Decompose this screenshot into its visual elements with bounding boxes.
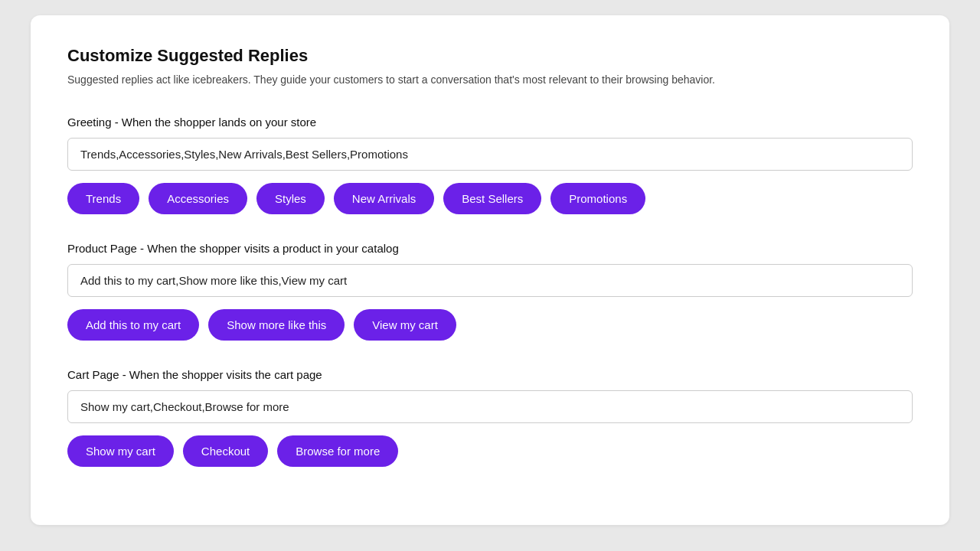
section-input-cart-page[interactable]: [67, 390, 913, 423]
chips-row-greeting: TrendsAccessoriesStylesNew ArrivalsBest …: [67, 183, 913, 214]
section-label-cart-page: Cart Page - When the shopper visits the …: [67, 368, 913, 381]
section-input-greeting[interactable]: [67, 138, 913, 171]
section-product-page: Product Page - When the shopper visits a…: [67, 242, 913, 341]
section-greeting: Greeting - When the shopper lands on you…: [67, 116, 913, 214]
chip-greeting-1[interactable]: Accessories: [149, 183, 247, 214]
chip-greeting-2[interactable]: Styles: [256, 183, 325, 214]
section-label-greeting: Greeting - When the shopper lands on you…: [67, 116, 913, 129]
chip-greeting-3[interactable]: New Arrivals: [334, 183, 434, 214]
main-card: Customize Suggested Replies Suggested re…: [31, 15, 949, 525]
page-title: Customize Suggested Replies: [67, 46, 913, 66]
section-cart-page: Cart Page - When the shopper visits the …: [67, 368, 913, 467]
section-label-product-page: Product Page - When the shopper visits a…: [67, 242, 913, 255]
page-description: Suggested replies act like icebreakers. …: [67, 72, 913, 88]
chip-product-page-2[interactable]: View my cart: [354, 309, 456, 341]
chip-cart-page-1[interactable]: Checkout: [183, 435, 268, 467]
chip-greeting-4[interactable]: Best Sellers: [443, 183, 541, 214]
chip-greeting-5[interactable]: Promotions: [550, 183, 645, 214]
chip-product-page-0[interactable]: Add this to my cart: [67, 309, 199, 341]
chip-cart-page-0[interactable]: Show my cart: [67, 435, 174, 467]
chip-cart-page-2[interactable]: Browse for more: [277, 435, 398, 467]
chips-row-cart-page: Show my cartCheckoutBrowse for more: [67, 435, 913, 467]
chip-product-page-1[interactable]: Show more like this: [208, 309, 345, 341]
section-input-product-page[interactable]: [67, 264, 913, 297]
chip-greeting-0[interactable]: Trends: [67, 183, 139, 214]
chips-row-product-page: Add this to my cartShow more like thisVi…: [67, 309, 913, 341]
